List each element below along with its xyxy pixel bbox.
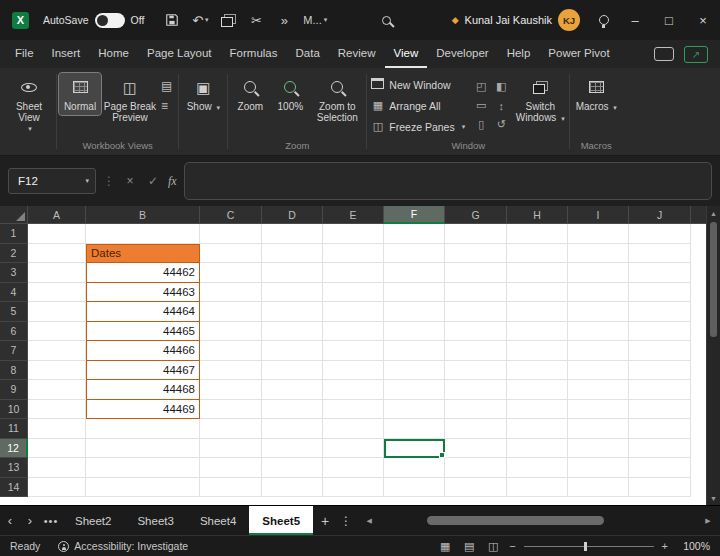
accessibility-status[interactable]: Accessibility: Investigate: [58, 540, 188, 552]
page-layout-icon[interactable]: ▤: [161, 79, 172, 93]
excel-logo-icon[interactable]: X: [12, 12, 29, 29]
cell-I5[interactable]: [568, 302, 629, 322]
row-header-14[interactable]: 14: [0, 478, 28, 498]
cell-A2[interactable]: [28, 244, 86, 264]
cell-D5[interactable]: [262, 302, 323, 322]
cell-I11[interactable]: [568, 419, 629, 439]
add-sheet-button[interactable]: +: [313, 506, 337, 535]
cell-J2[interactable]: [629, 244, 691, 264]
page-break-shortcut-icon[interactable]: ◫: [485, 539, 501, 554]
cell-F11[interactable]: [384, 419, 445, 439]
cell-B11[interactable]: [86, 419, 200, 439]
cell-I10[interactable]: [568, 400, 629, 420]
cell-G1[interactable]: [445, 224, 507, 244]
cell-I3[interactable]: [568, 263, 629, 283]
cell-B1[interactable]: [86, 224, 200, 244]
cell-E8[interactable]: [323, 361, 384, 381]
menu-tab-power-pivot[interactable]: Power Pivot: [539, 40, 618, 68]
avatar[interactable]: KJ: [558, 9, 580, 31]
row-header-1[interactable]: 1: [0, 224, 28, 244]
cell-I8[interactable]: [568, 361, 629, 381]
zoom-slider-thumb[interactable]: [584, 542, 587, 551]
cell-E3[interactable]: [323, 263, 384, 283]
cell-B2[interactable]: Dates: [86, 244, 200, 264]
row-header-7[interactable]: 7: [0, 341, 28, 361]
cell-F4[interactable]: [384, 283, 445, 303]
cell-G8[interactable]: [445, 361, 507, 381]
cell-A7[interactable]: [28, 341, 86, 361]
cell-E9[interactable]: [323, 380, 384, 400]
row-header-9[interactable]: 9: [0, 380, 28, 400]
cell-E10[interactable]: [323, 400, 384, 420]
cell-H6[interactable]: [507, 322, 568, 342]
sheet-tab-sheet3[interactable]: Sheet3: [124, 506, 186, 535]
row-header-10[interactable]: 10: [0, 400, 28, 420]
cell-A10[interactable]: [28, 400, 86, 420]
cell-F10[interactable]: [384, 400, 445, 420]
cell-G5[interactable]: [445, 302, 507, 322]
cut-button[interactable]: ✂: [243, 6, 269, 34]
copy-button[interactable]: [215, 6, 241, 34]
zoom-100-button[interactable]: 100%: [270, 73, 310, 115]
page-layout-shortcut-icon[interactable]: ▤: [461, 539, 477, 554]
cell-I2[interactable]: [568, 244, 629, 264]
cell-E7[interactable]: [323, 341, 384, 361]
cell-B10[interactable]: 44469: [86, 400, 200, 420]
cell-H13[interactable]: [507, 458, 568, 478]
cell-F9[interactable]: [384, 380, 445, 400]
cell-F14[interactable]: [384, 478, 445, 498]
cell-D6[interactable]: [262, 322, 323, 342]
cell-G4[interactable]: [445, 283, 507, 303]
cell-H9[interactable]: [507, 380, 568, 400]
scroll-down-icon[interactable]: ▼: [707, 491, 720, 505]
formula-bar-drag-dots-icon[interactable]: ⋮: [103, 174, 115, 188]
cell-E11[interactable]: [323, 419, 384, 439]
cell-E2[interactable]: [323, 244, 384, 264]
column-header-E[interactable]: E: [323, 206, 384, 224]
cell-C4[interactable]: [200, 283, 262, 303]
undo-button[interactable]: ↶▾: [187, 6, 213, 34]
cell-A1[interactable]: [28, 224, 86, 244]
cell-B9[interactable]: 44468: [86, 380, 200, 400]
cell-D1[interactable]: [262, 224, 323, 244]
menu-tab-formulas[interactable]: Formulas: [221, 40, 287, 68]
cell-A5[interactable]: [28, 302, 86, 322]
cell-D10[interactable]: [262, 400, 323, 420]
cell-I12[interactable]: [568, 439, 629, 459]
row-header-3[interactable]: 3: [0, 263, 28, 283]
synchronous-scrolling-icon[interactable]: ↕: [498, 100, 504, 112]
cell-F2[interactable]: [384, 244, 445, 264]
menu-tab-page-layout[interactable]: Page Layout: [138, 40, 221, 68]
autosave-toggle[interactable]: [95, 13, 125, 28]
autosave-control[interactable]: AutoSave Off: [43, 13, 144, 28]
share-icon[interactable]: ↗: [684, 46, 708, 63]
cell-A6[interactable]: [28, 322, 86, 342]
cell-A12[interactable]: [28, 439, 86, 459]
cell-H2[interactable]: [507, 244, 568, 264]
cell-J9[interactable]: [629, 380, 691, 400]
sheet-list-dots-icon[interactable]: •••: [40, 506, 62, 535]
horizontal-scroll-track[interactable]: [375, 506, 702, 536]
cell-I7[interactable]: [568, 341, 629, 361]
cell-F3[interactable]: [384, 263, 445, 283]
zoom-out-icon[interactable]: −: [509, 540, 515, 552]
vertical-scrollbar[interactable]: ▲ ▼: [706, 206, 720, 505]
cell-F1[interactable]: [384, 224, 445, 244]
row-header-8[interactable]: 8: [0, 361, 28, 381]
menu-tab-file[interactable]: File: [6, 40, 43, 68]
overflow-chevron-icon[interactable]: »: [271, 6, 297, 34]
account-chip[interactable]: ◆ Kunal Jai Kaushik KJ: [452, 9, 580, 31]
menu-tab-insert[interactable]: Insert: [43, 40, 90, 68]
cell-D7[interactable]: [262, 341, 323, 361]
menu-tab-review[interactable]: Review: [329, 40, 385, 68]
cell-A14[interactable]: [28, 478, 86, 498]
row-header-4[interactable]: 4: [0, 283, 28, 303]
cell-G9[interactable]: [445, 380, 507, 400]
formula-input[interactable]: [184, 162, 712, 200]
cell-C7[interactable]: [200, 341, 262, 361]
cell-I1[interactable]: [568, 224, 629, 244]
cell-H10[interactable]: [507, 400, 568, 420]
unhide-icon[interactable]: ▯: [478, 118, 484, 131]
cell-D4[interactable]: [262, 283, 323, 303]
cell-G12[interactable]: [445, 439, 507, 459]
